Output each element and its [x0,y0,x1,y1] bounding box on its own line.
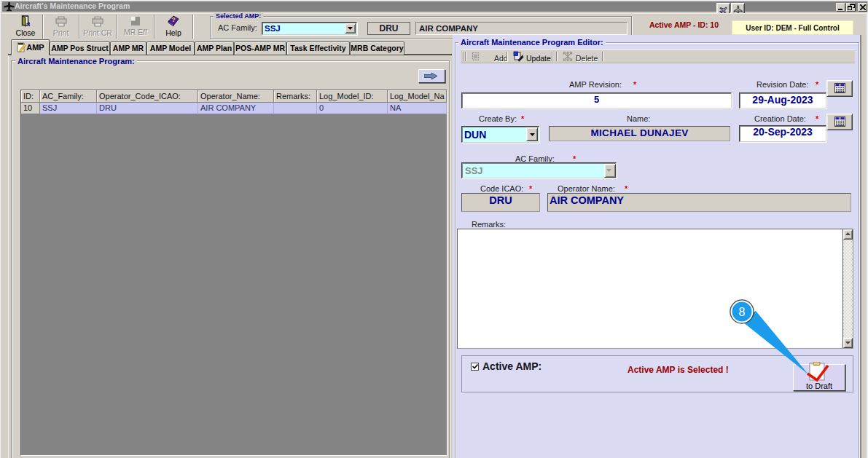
svg-text:?: ? [171,16,176,23]
svg-text:8: 8 [739,306,746,318]
